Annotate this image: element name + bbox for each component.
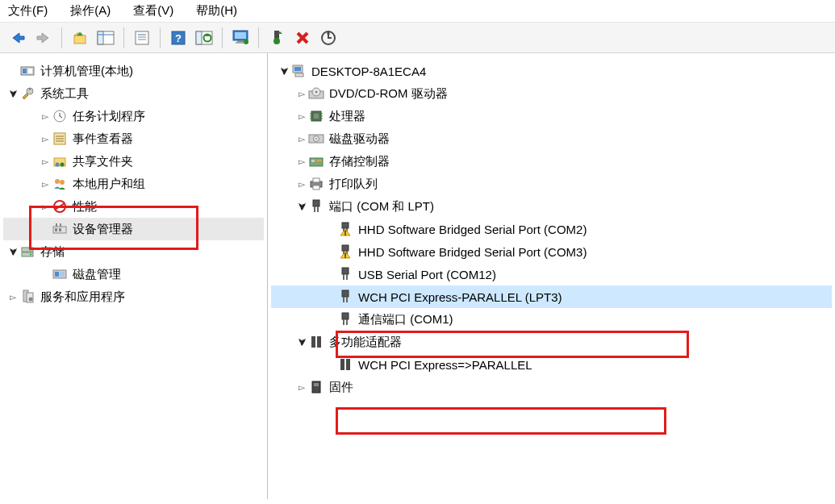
device-port-com3[interactable]: ! HHD Software Bridged Serial Port (COM3… (271, 240, 832, 263)
show-hide-tree-button[interactable] (94, 27, 117, 49)
tree-event-viewer[interactable]: ▻ 事件查看器 (3, 127, 264, 150)
properties-button[interactable] (131, 27, 153, 49)
separator (222, 27, 223, 48)
svg-point-17 (244, 40, 248, 44)
device-disk-drives[interactable]: ▻ 磁盘驱动器 (271, 127, 832, 150)
tree-label: 共享文件夹 (71, 154, 133, 169)
right-tree-pane: ⮟ DESKTOP-8A1ECA4 ▻ DVD/CD-ROM 驱动器 ▻ 处理器… (268, 53, 835, 499)
tree-local-users[interactable]: ▻ 本地用户和组 (3, 173, 264, 195)
menu-view[interactable]: 查看(V) (133, 3, 173, 19)
add-hardware-button[interactable] (265, 27, 288, 49)
expander-icon[interactable]: ⮟ (295, 335, 308, 348)
svg-rect-14 (235, 32, 246, 39)
svg-point-34 (60, 180, 65, 185)
svg-rect-93 (346, 319, 348, 325)
expander-icon[interactable]: ▻ (6, 290, 19, 303)
expander-icon[interactable]: ▻ (39, 110, 52, 123)
tree-label: 事件查看器 (71, 131, 133, 147)
scan-button[interactable] (317, 27, 340, 49)
expander-icon[interactable]: ⮟ (6, 245, 19, 258)
expander-icon[interactable]: ▻ (295, 177, 308, 190)
expander-icon[interactable]: ▻ (295, 155, 308, 168)
svg-rect-97 (346, 359, 350, 370)
device-port-lpt3[interactable]: WCH PCI Express-PARALLEL (LPT3) (271, 285, 832, 308)
expander-icon[interactable]: ⮟ (295, 200, 308, 213)
menu-action[interactable]: 操作(A) (70, 3, 111, 19)
svg-rect-4 (136, 31, 148, 44)
svg-text:!: ! (344, 252, 347, 260)
expander-icon[interactable]: ▻ (295, 87, 308, 100)
port-icon (337, 289, 353, 305)
device-multifunction-adapter[interactable]: ⮟ 多功能适配器 (271, 331, 832, 353)
tree-performance[interactable]: ▻ 性能 (3, 195, 264, 218)
tree-label: 系统工具 (39, 86, 89, 102)
device-firmware[interactable]: ▻ 固件 (271, 376, 832, 398)
svg-point-50 (29, 298, 33, 302)
expander-icon[interactable]: ⮟ (278, 65, 290, 77)
port-icon (308, 198, 324, 215)
device-label: 磁盘驱动器 (328, 131, 390, 147)
tree-device-manager[interactable]: 设备管理器 (3, 218, 264, 240)
menu-help[interactable]: 帮助(H) (196, 3, 237, 19)
device-wch-parallel[interactable]: WCH PCI Express=>PARALLEL (271, 353, 832, 376)
uninstall-button[interactable] (291, 27, 314, 49)
device-ports[interactable]: ⮟ 端口 (COM 和 LPT) (271, 195, 832, 218)
svg-rect-95 (317, 336, 321, 348)
expander-icon[interactable]: ⮟ (6, 87, 19, 100)
port-icon (337, 266, 353, 282)
expander-icon[interactable]: ▻ (295, 132, 308, 145)
device-port-com2[interactable]: ! HHD Software Bridged Serial Port (COM2… (271, 218, 832, 240)
clock-icon (52, 108, 68, 124)
svg-rect-89 (343, 297, 344, 302)
svg-rect-73 (313, 185, 319, 190)
device-label: DESKTOP-8A1ECA4 (310, 65, 426, 78)
device-label: HHD Software Bridged Serial Port (COM2) (357, 223, 587, 236)
svg-rect-47 (60, 272, 65, 277)
device-label: 通信端口 (COM1) (357, 312, 453, 327)
tree-label: 服务和应用程序 (39, 289, 125, 305)
device-print-queue[interactable]: ▻ 打印队列 (271, 173, 832, 195)
device-port-usb-serial[interactable]: USB Serial Port (COM12) (271, 263, 832, 285)
device-port-com1[interactable]: 通信端口 (COM1) (271, 308, 832, 331)
expander-icon[interactable]: ▻ (39, 200, 52, 213)
tree-root-computer-mgmt[interactable]: 计算机管理(本地) (3, 60, 264, 82)
expander-icon[interactable]: ▻ (39, 132, 52, 145)
svg-rect-39 (56, 223, 57, 227)
forward-button[interactable] (32, 27, 55, 49)
tree-disk-mgmt[interactable]: 磁盘管理 (3, 263, 264, 285)
tree-shared-folders[interactable]: ▻ 共享文件夹 (3, 150, 264, 173)
up-button[interactable] (69, 27, 91, 49)
performance-icon (52, 198, 68, 215)
svg-text:?: ? (175, 32, 182, 44)
tree-task-scheduler[interactable]: ▻ 任务计划程序 (3, 105, 264, 127)
separator (123, 27, 124, 48)
expander-icon[interactable]: ▻ (39, 155, 52, 168)
computer-icon (290, 63, 307, 79)
tree-services[interactable]: ▻ 服务和应用程序 (3, 285, 264, 308)
back-button[interactable] (6, 27, 29, 49)
expander-icon[interactable]: ▻ (295, 110, 308, 123)
expander-icon[interactable]: ▻ (39, 177, 52, 190)
menu-file[interactable]: 文件(F) (8, 3, 48, 19)
svg-rect-90 (346, 297, 348, 302)
tree-label: 设备管理器 (71, 222, 133, 237)
device-storage-controllers[interactable]: ▻ 存储控制器 (271, 150, 832, 173)
storage-icon (19, 244, 35, 260)
tree-sys-tools[interactable]: ⮟ 系统工具 (3, 82, 264, 105)
tree-label: 计算机管理(本地) (39, 64, 133, 79)
monitor-button[interactable] (229, 27, 252, 49)
separator (160, 27, 161, 48)
tree-storage-group[interactable]: ⮟ 存储 (3, 240, 264, 263)
device-label: USB Serial Port (COM12) (357, 268, 496, 281)
svg-rect-85 (342, 268, 349, 274)
device-dvd[interactable]: ▻ DVD/CD-ROM 驱动器 (271, 82, 832, 105)
refresh-button[interactable] (193, 27, 215, 49)
device-cpu[interactable]: ▻ 处理器 (271, 105, 832, 127)
svg-rect-46 (55, 272, 59, 277)
device-computer[interactable]: ⮟ DESKTOP-8A1ECA4 (271, 60, 832, 82)
device-label: DVD/CD-ROM 驱动器 (328, 86, 448, 102)
svg-rect-69 (311, 160, 315, 162)
expander-icon[interactable]: ▻ (295, 381, 308, 394)
help-button[interactable]: ? (167, 27, 190, 49)
svg-rect-70 (316, 160, 322, 161)
